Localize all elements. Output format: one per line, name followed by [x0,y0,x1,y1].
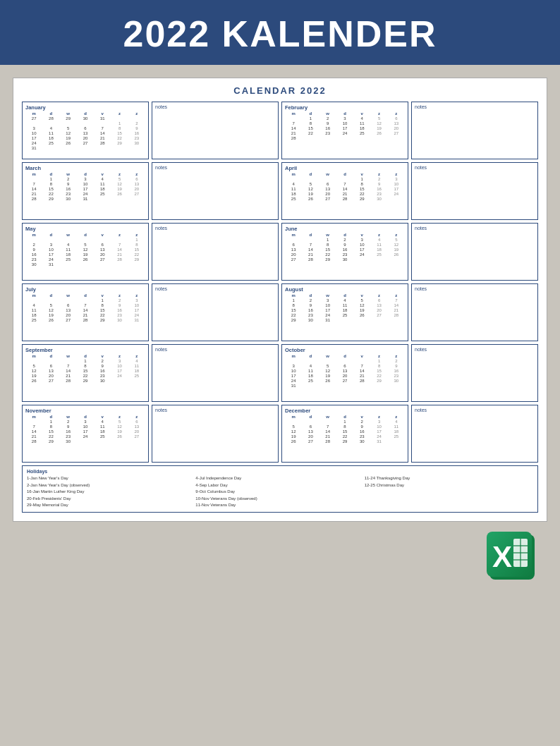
month-cell-march: Marchmdwdvzz1234567891011121314151617181… [22,162,149,220]
month-table: mdwdvzz123456789101112131415161718192021… [285,233,405,262]
notes-label: notes [155,104,275,109]
holiday-item: 9-Oct Columbus Day [195,489,364,496]
month-name: February [285,104,405,111]
month-name: April [285,165,405,171]
holiday-item: 29-May Memorial Day [27,502,195,509]
holiday-item: 20-Feb Presidents' Day [27,496,195,503]
notes-label: notes [415,165,535,170]
notes-label: notes [155,226,275,231]
months-grid: Januarymdwdvzz27282930311234567891011121… [22,102,538,463]
holiday-item: 10-Nov Veterans Day (observed) [195,496,364,503]
month-name: July [25,286,145,293]
holiday-item: 12-25 Christmas Day [365,482,533,489]
month-cell-september: Septembermdwdvzz123456789101112131415161… [22,344,149,402]
month-name: June [285,226,405,232]
month-name: October [285,347,405,353]
notes-cell-august: notes [411,283,538,341]
notes-label: notes [155,347,275,352]
month-table: mdwdvzz123456789101112131415161718192021… [285,293,405,322]
holiday-item: 11-24 Thanksgiving Day [365,475,533,482]
month-name: December [285,408,405,414]
month-table: mdwdvzz123456789101112131415161718192021… [285,111,405,140]
month-cell-february: Februarymdwdvzz1234567891011121314151617… [281,102,408,159]
notes-label: notes [415,347,535,352]
month-table: mdwdvzz123456789101112131415161718192021… [285,415,405,444]
month-table: mdwdvzz123456789101112131415161718192021… [25,172,145,201]
calendar-title: CALENDAR 2022 [22,85,538,96]
month-cell-october: Octobermdwdvzz12345678910111213141516171… [281,344,408,402]
month-table: mdwdvzz272829303112345678910111213141516… [25,111,145,150]
notes-cell-december: notes [411,405,538,463]
holidays-col3: 11-24 Thanksgiving Day12-25 Christmas Da… [365,475,533,509]
notes-cell-april: notes [411,162,538,220]
holidays-col1: 1-Jan New Year's Day2-Jan New Year's Day… [27,475,195,509]
month-cell-january: Januarymdwdvzz27282930311234567891011121… [22,102,149,159]
holidays-title: Holidays [27,469,533,474]
month-cell-august: Augustmdwdvzz123456789101112131415161718… [281,283,408,341]
holidays-grid: 1-Jan New Year's Day2-Jan New Year's Day… [27,475,533,509]
notes-cell-october: notes [411,344,538,402]
holidays-section: Holidays 1-Jan New Year's Day2-Jan New Y… [22,465,538,513]
holidays-col2: 4-Jul Independence Day4-Sep Labor Day9-O… [195,475,364,509]
notes-cell-february: notes [411,102,538,159]
notes-cell-july: notes [152,283,279,341]
month-name: May [25,226,145,232]
month-cell-june: Junemdwdvzz12345678910111213141516171819… [281,223,408,281]
holiday-item: 4-Sep Labor Day [195,482,364,489]
month-table: mdwdvzz123456789101112131415161718192021… [285,172,405,201]
month-cell-november: Novembermdwdvzz1234567891011121314151617… [22,405,149,463]
notes-cell-november: notes [152,405,279,463]
month-cell-april: Aprilmdwdvzz1234567891011121314151617181… [281,162,408,220]
svg-text:X: X [492,540,512,573]
notes-cell-september: notes [152,344,279,402]
holiday-item: 4-Jul Independence Day [195,475,364,482]
notes-label: notes [415,286,535,291]
excel-logo-area: X [13,522,547,585]
month-table: mdwdvzz123456789101112131415161718192021… [285,354,405,388]
header: 2022 KALENDER [0,0,560,65]
notes-label: notes [155,286,275,291]
holiday-item: 16-Jan Martin Luther King Day [27,489,195,496]
month-table: mdwdvzz123456789101112131415161718192021… [25,415,145,444]
month-name: November [25,408,145,414]
holiday-item: 11-Nov Veterans Day [195,502,364,509]
month-name: January [25,104,145,111]
month-cell-may: Maymdwdvzz123456789101112131415161718192… [22,223,149,281]
notes-label: notes [415,104,535,109]
month-name: August [285,286,405,293]
month-cell-december: Decembermdwdvzz1234567891011121314151617… [281,405,408,463]
notes-label: notes [155,408,275,412]
month-table: mdwdvzz123456789101112131415161718192021… [25,293,145,322]
month-name: September [25,347,145,353]
holiday-item: 1-Jan New Year's Day [27,475,195,482]
notes-label: notes [155,165,275,170]
notes-label: notes [415,226,535,231]
month-cell-july: Julymdwdvzz12345678910111213141516171819… [22,283,149,341]
month-name: March [25,165,145,171]
notes-cell-june: notes [411,223,538,281]
excel-logo-icon: X [484,529,540,585]
holiday-item: 2-Jan New Year's Day (observed) [27,482,195,489]
notes-cell-january: notes [152,102,279,159]
month-table: mdwdvzz123456789101112131415161718192021… [25,354,145,383]
month-table: mdwdvzz123456789101112131415161718192021… [25,233,145,267]
notes-cell-may: notes [152,223,279,281]
notes-cell-march: notes [152,162,279,220]
notes-label: notes [415,408,535,412]
header-title: 2022 KALENDER [123,13,437,54]
